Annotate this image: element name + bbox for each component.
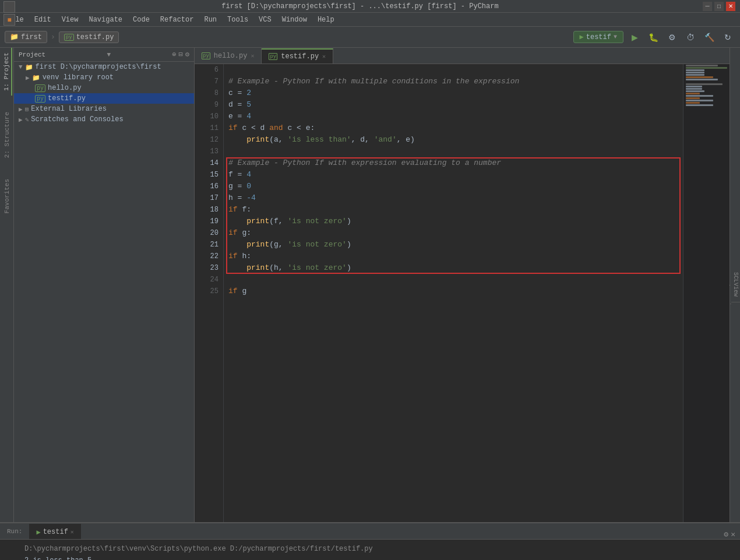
code-line-9: d = 5	[228, 99, 678, 111]
ext-lib-icon: ⊞	[25, 105, 29, 113]
run-icon: ▶	[36, 528, 40, 537]
left-tab-project[interactable]: 1: Project	[2, 48, 12, 96]
bottom-panel-icons: ⚙ ✕	[719, 530, 740, 539]
sidebar-item-testif[interactable]: py testif.py	[14, 93, 194, 104]
menu-code[interactable]: Code	[128, 15, 154, 25]
code-line-24	[228, 274, 678, 286]
code-line-17: h = -4	[228, 192, 678, 204]
code-line-14: # Example - Python If with expression ev…	[228, 157, 678, 169]
sidebar: Project ▼ ⊕ ⊟ ⚙ ▼ 📁 first D:\pycharmproj…	[14, 48, 195, 522]
debug-button[interactable]: 🐛	[646, 30, 661, 45]
code-line-19: print(f, 'is not zero')	[228, 216, 678, 227]
minimize-button[interactable]: ─	[703, 2, 712, 11]
main-layout: 1: Project 2: Structure Favorites Projec…	[0, 48, 740, 522]
code-line-23: print(h, 'is not zero')	[228, 262, 678, 274]
code-line-8: c = 2	[228, 87, 678, 99]
menu-vcs[interactable]: VCS	[254, 15, 276, 25]
code-line-15: f = 4	[228, 169, 678, 181]
sidebar-settings-icon[interactable]: ⚙	[185, 50, 189, 59]
left-tab-structure[interactable]: 2: Structure	[2, 107, 12, 163]
sidebar-header: Project ▼ ⊕ ⊟ ⚙	[14, 48, 194, 62]
hello-py-icon: py	[35, 84, 45, 92]
menu-tools[interactable]: Tools	[223, 15, 253, 25]
sclview-label[interactable]: SCLView	[731, 267, 740, 302]
sidebar-item-external-libs[interactable]: ▶ ⊞ External Libraries	[14, 104, 194, 114]
bottom-settings-icon[interactable]: ⚙	[724, 530, 728, 539]
terminal-line-1: D:\pycharmprojects\first\venv\Scripts\py…	[24, 543, 733, 555]
code-line-21: print(g, 'is not zero')	[228, 239, 678, 251]
menu-edit[interactable]: Edit	[30, 15, 56, 25]
tab-hello[interactable]: py hello.py ✕	[195, 48, 262, 64]
build-button[interactable]: 🔨	[702, 30, 717, 45]
code-line-10: e = 4	[228, 111, 678, 122]
bottom-run-label: Run:	[0, 524, 29, 539]
profile-button[interactable]: ⏱	[683, 30, 698, 45]
sidebar-item-venv[interactable]: ▶ 📁 venv library root	[14, 72, 194, 83]
breadcrumb-file[interactable]: py testif.py	[59, 31, 119, 43]
left-tabs: 1: Project 2: Structure Favorites	[0, 48, 14, 522]
menu-refactor[interactable]: Refactor	[156, 15, 199, 25]
editor-area: py hello.py ✕ py testif.py ✕ 6 7 8 9 10 …	[195, 48, 730, 522]
code-line-6	[228, 64, 678, 76]
sidebar-item-hello[interactable]: py hello.py	[14, 83, 194, 93]
code-line-18: if f:	[228, 204, 678, 216]
bottom-panel: Run: ▶ testif ✕ ⚙ ✕ ▶ ■ D:\pycharmprojec…	[0, 522, 740, 560]
tab-testif[interactable]: py testif.py ✕	[262, 48, 333, 64]
code-line-7: # Example - Python If with multiple cond…	[228, 76, 678, 87]
menu-help[interactable]: Help	[313, 15, 339, 25]
menu-navigate[interactable]: Navigate	[84, 15, 127, 25]
sidebar-collapse-icon[interactable]: ⊟	[179, 50, 183, 59]
menu-run[interactable]: Run	[199, 15, 221, 25]
maximize-button[interactable]: □	[714, 2, 724, 11]
line-numbers: 6 7 8 9 10 11 12 13 14 15 16 17 18 19 20…	[195, 64, 224, 522]
code-line-20: if g:	[228, 227, 678, 239]
venv-folder-icon: 📁	[32, 74, 40, 82]
testif-tab-icon: py	[269, 53, 277, 60]
menu-bar: File Edit View Navigate Code Refactor Ru…	[0, 13, 740, 27]
toolbar: 📁 first › py testif.py ▶ testif ▼ ▶ 🐛 ⚙ …	[0, 27, 740, 48]
bottom-close-icon[interactable]: ✕	[731, 530, 735, 539]
code-line-22: if h:	[228, 251, 678, 262]
code-line-12: print(a, 'is less than', d, 'and', e)	[228, 134, 678, 146]
hello-tab-icon: py	[202, 52, 210, 59]
run-button[interactable]: ▶	[627, 30, 642, 45]
bottom-tab-close[interactable]: ✕	[71, 529, 74, 536]
sidebar-title: Project	[19, 51, 45, 58]
left-tab-favorites[interactable]: Favorites	[2, 174, 12, 218]
menu-view[interactable]: View	[57, 15, 83, 25]
terminal-line-2: 2 is less than 5	[24, 555, 733, 560]
testif-py-icon: py	[35, 95, 45, 103]
sidebar-item-scratches[interactable]: ▶ ✎ Scratches and Consoles	[14, 114, 194, 125]
code-line-11: if c < d and c < e:	[228, 122, 678, 134]
bottom-tabs: Run: ▶ testif ✕ ⚙ ✕	[0, 523, 740, 540]
terminal-output: D:\pycharmprojects\first\venv\Scripts\py…	[7, 543, 733, 560]
right-panel: SCLView Database	[730, 48, 740, 522]
code-content[interactable]: # Example - Python If with multiple cond…	[224, 64, 683, 522]
scratch-icon: ✎	[25, 116, 29, 124]
menu-window[interactable]: Window	[277, 15, 312, 25]
folder-icon: 📁	[25, 64, 33, 71]
bottom-tab-testif[interactable]: ▶ testif ✕	[29, 524, 80, 539]
terminal-content[interactable]: ▶ ■ D:\pycharmprojects\first\venv\Script…	[0, 540, 740, 560]
testif-tab-close[interactable]: ✕	[322, 53, 326, 60]
hello-tab-close[interactable]: ✕	[251, 52, 254, 59]
tab-bar: py hello.py ✕ py testif.py ✕	[195, 48, 730, 64]
title-bar: Py first [D:\pycharmprojects\first] - ..…	[0, 0, 740, 13]
code-editor[interactable]: 6 7 8 9 10 11 12 13 14 15 16 17 18 19 20…	[195, 64, 730, 522]
boxed-section: # Example - Python If with expression ev…	[228, 157, 678, 274]
run-config[interactable]: ▶ testif ▼	[573, 31, 623, 43]
sidebar-locate-icon[interactable]: ⊕	[172, 50, 176, 59]
code-line-16: g = 0	[228, 181, 678, 192]
breadcrumb-project[interactable]: 📁 first	[5, 31, 47, 43]
coverage-button[interactable]: ⚙	[664, 30, 679, 45]
code-line-13	[228, 146, 678, 157]
code-line-25: if g	[228, 286, 678, 297]
update-button[interactable]: ↻	[720, 30, 735, 45]
sidebar-item-first-folder[interactable]: ▼ 📁 first D:\pycharmprojects\first	[14, 62, 194, 72]
window-controls: ─ □ ✕	[703, 2, 735, 11]
close-button[interactable]: ✕	[726, 2, 735, 11]
sidebar-icons: ⊕ ⊟ ⚙	[172, 50, 189, 59]
minimap	[683, 64, 730, 522]
window-title: first [D:\pycharmprojects\first] - ...\t…	[17, 2, 703, 10]
